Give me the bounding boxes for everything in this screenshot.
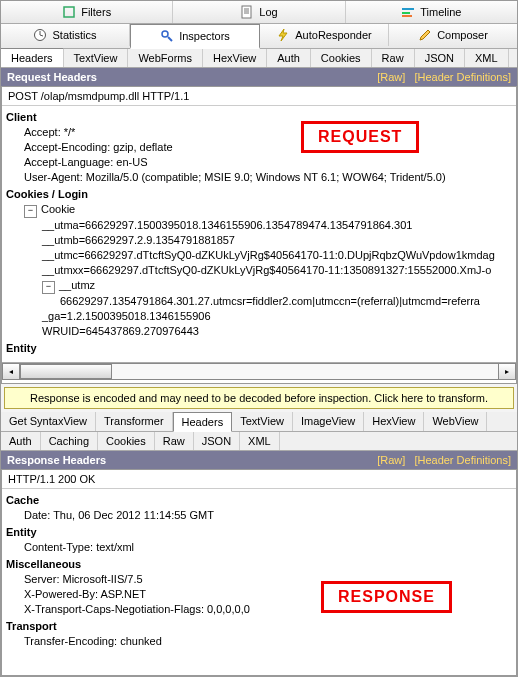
tab-log[interactable]: Log xyxy=(173,1,345,23)
cookie-item[interactable]: __utma=66629297.1500395018.1346155906.13… xyxy=(6,218,512,233)
cookie-node[interactable]: −Cookie xyxy=(6,202,512,218)
subtab-hexview[interactable]: HexView xyxy=(203,49,267,67)
header-definitions-link[interactable]: [Header Definitions] xyxy=(414,454,511,466)
resp-tab-textview[interactable]: TextView xyxy=(232,412,293,431)
tab-inspectors[interactable]: Inspectors xyxy=(130,24,260,49)
resp-tab-cookies[interactable]: Cookies xyxy=(98,432,155,450)
header-item[interactable]: X-Transport-Caps-Negotiation-Flags: 0,0,… xyxy=(6,602,512,617)
group-cache: Cache xyxy=(6,493,512,508)
header-item[interactable]: Content-Type: text/xml xyxy=(6,540,512,555)
cookie-item[interactable]: WRUID=645437869.270976443 xyxy=(6,324,512,339)
svg-line-12 xyxy=(168,37,172,41)
scroll-left-button[interactable]: ◂ xyxy=(2,363,20,380)
inspectors-icon xyxy=(160,29,174,43)
raw-link[interactable]: [Raw] xyxy=(377,71,405,83)
group-entity: Entity xyxy=(6,525,512,540)
tab-autoresponder[interactable]: AutoResponder xyxy=(260,24,389,46)
scroll-track[interactable] xyxy=(20,363,498,380)
resp-tab-raw[interactable]: Raw xyxy=(155,432,194,450)
header-item[interactable]: Date: Thu, 06 Dec 2012 11:14:55 GMT xyxy=(6,508,512,523)
tab-statistics[interactable]: Statistics xyxy=(1,24,130,46)
request-tree: Client Accept: */* Accept-Encoding: gzip… xyxy=(2,106,516,362)
response-headers-bar: Response Headers [Raw] [Header Definitio… xyxy=(1,451,517,469)
cookie-item[interactable]: __utmb=66629297.2.9.1354791881857 xyxy=(6,233,512,248)
subtab-xml[interactable]: XML xyxy=(465,49,509,67)
svg-rect-1 xyxy=(242,6,251,18)
resp-tab-imageview[interactable]: ImageView xyxy=(293,412,364,431)
tab-label: Filters xyxy=(81,6,111,18)
response-pane: HTTP/1.1 200 OK Cache Date: Thu, 06 Dec … xyxy=(1,469,517,676)
request-headers-links: [Raw] [Header Definitions] xyxy=(371,71,511,83)
response-tree: Cache Date: Thu, 06 Dec 2012 11:14:55 GM… xyxy=(2,489,516,655)
resp-tab-json[interactable]: JSON xyxy=(194,432,240,450)
cookie-utmz-node[interactable]: −__utmz xyxy=(6,278,512,294)
group-cookies: Cookies / Login xyxy=(6,187,512,202)
request-line: POST /olap/msmdpump.dll HTTP/1.1 xyxy=(2,87,516,106)
raw-link[interactable]: [Raw] xyxy=(377,454,405,466)
tab-filters[interactable]: Filters xyxy=(1,1,173,23)
tab-composer[interactable]: Composer xyxy=(389,24,517,46)
header-item[interactable]: Accept: */* xyxy=(6,125,512,140)
group-misc: Miscellaneous xyxy=(6,557,512,572)
log-icon xyxy=(240,5,254,19)
subtab-auth[interactable]: Auth xyxy=(267,49,311,67)
cookie-item[interactable]: 66629297.1354791864.301.27.utmcsr=fiddle… xyxy=(6,294,512,309)
response-headers-links: [Raw] [Header Definitions] xyxy=(371,454,511,466)
group-client: Client xyxy=(6,110,512,125)
tab-label: AutoResponder xyxy=(295,29,371,41)
fiddler-inspector-window: Filters Log Timeline Statistics Inspecto… xyxy=(0,0,518,677)
response-subtabs-row1: Get SyntaxView Transformer Headers TextV… xyxy=(1,412,517,432)
header-item[interactable]: Accept-Language: en-US xyxy=(6,155,512,170)
request-headers-bar: Request Headers [Raw] [Header Definition… xyxy=(1,68,517,86)
cookie-item[interactable]: __utmxx=66629297.dTtcftSyQ0-dZKUkLyVjRg$… xyxy=(6,263,512,278)
request-headers-title: Request Headers xyxy=(7,71,97,83)
scroll-thumb[interactable] xyxy=(20,364,112,379)
subtab-webforms[interactable]: WebForms xyxy=(128,49,203,67)
tab-label: Inspectors xyxy=(179,30,230,42)
collapse-icon[interactable]: − xyxy=(42,281,55,294)
header-item[interactable]: X-Powered-By: ASP.NET xyxy=(6,587,512,602)
subtab-headers[interactable]: Headers xyxy=(1,48,64,67)
subtab-raw[interactable]: Raw xyxy=(372,49,415,67)
header-item[interactable]: Transfer-Encoding: chunked xyxy=(6,634,512,649)
clock-icon xyxy=(33,28,47,42)
request-pane: POST /olap/msmdpump.dll HTTP/1.1 Client … xyxy=(1,86,517,384)
svg-marker-14 xyxy=(420,30,430,40)
svg-marker-13 xyxy=(279,29,287,41)
resp-tab-webview[interactable]: WebView xyxy=(424,412,487,431)
tab-label: Log xyxy=(259,6,277,18)
filters-icon xyxy=(62,5,76,19)
tab-label: Composer xyxy=(437,29,488,41)
scroll-right-button[interactable]: ▸ xyxy=(498,363,516,380)
resp-tab-transformer[interactable]: Transformer xyxy=(96,412,173,431)
cookie-item[interactable]: __utmc=66629297.dTtcftSyQ0-dZKUkLyVjRg$4… xyxy=(6,248,512,263)
header-definitions-link[interactable]: [Header Definitions] xyxy=(414,71,511,83)
cookie-item[interactable]: _ga=1.2.1500395018.1346155906 xyxy=(6,309,512,324)
tab-timeline[interactable]: Timeline xyxy=(346,1,517,23)
resp-tab-syntaxview[interactable]: Get SyntaxView xyxy=(1,412,96,431)
resp-tab-auth[interactable]: Auth xyxy=(1,432,41,450)
response-line: HTTP/1.1 200 OK xyxy=(2,470,516,489)
resp-tab-headers[interactable]: Headers xyxy=(173,412,233,432)
header-item[interactable]: Accept-Encoding: gzip, deflate xyxy=(6,140,512,155)
decode-response-bar[interactable]: Response is encoded and may need to be d… xyxy=(4,387,514,409)
header-item[interactable]: Server: Microsoft-IIS/7.5 xyxy=(6,572,512,587)
resp-tab-hexview[interactable]: HexView xyxy=(364,412,424,431)
group-transport: Transport xyxy=(6,619,512,634)
lightning-icon xyxy=(276,28,290,42)
resp-tab-xml[interactable]: XML xyxy=(240,432,280,450)
response-subtabs-row2: Auth Caching Cookies Raw JSON XML xyxy=(1,432,517,451)
svg-point-11 xyxy=(162,31,168,37)
subtab-cookies[interactable]: Cookies xyxy=(311,49,372,67)
top-tabs-row2: Statistics Inspectors AutoResponder Comp… xyxy=(1,24,517,49)
subtab-textview[interactable]: TextView xyxy=(64,49,129,67)
horizontal-scrollbar[interactable]: ◂ ▸ xyxy=(2,362,516,380)
top-tabs-row1: Filters Log Timeline xyxy=(1,1,517,24)
group-entity: Entity xyxy=(6,341,512,356)
tab-label: Timeline xyxy=(420,6,461,18)
collapse-icon[interactable]: − xyxy=(24,205,37,218)
resp-tab-caching[interactable]: Caching xyxy=(41,432,98,450)
header-item[interactable]: User-Agent: Mozilla/5.0 (compatible; MSI… xyxy=(6,170,512,185)
response-lower: HTTP/1.1 200 OK Cache Date: Thu, 06 Dec … xyxy=(1,469,517,676)
subtab-json[interactable]: JSON xyxy=(415,49,465,67)
